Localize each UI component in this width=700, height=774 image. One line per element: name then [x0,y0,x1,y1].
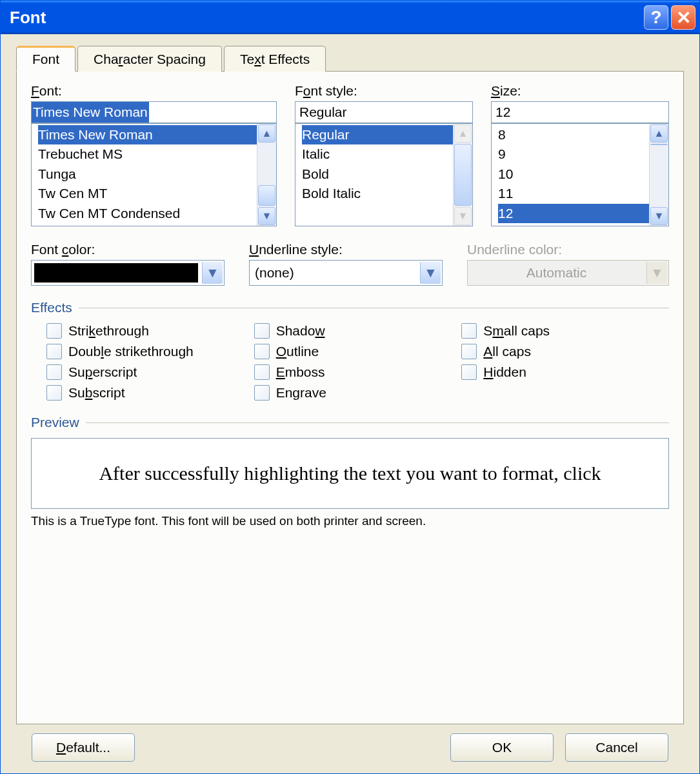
preview-box: After successfully highlighting the text… [31,438,669,509]
underline-color-label: Underline color: [467,242,669,257]
font-style-input[interactable] [295,101,473,123]
scroll-down-icon: ▼ [454,207,472,225]
checkbox-emboss[interactable]: Emboss [254,364,462,380]
scroll-up-icon: ▲ [454,124,472,143]
scrollbar[interactable]: ▲ ▼ [649,124,668,226]
checkbox-icon [254,364,270,380]
underline-style-combo[interactable]: (none) ▼ [249,260,443,286]
client-area: Font Character Spacing Text Effects Font… [1,34,699,773]
chevron-down-icon[interactable]: ▼ [202,262,223,284]
checkbox-outline[interactable]: Outline [254,344,462,359]
list-item[interactable]: Tunga [38,164,257,184]
chevron-down-icon[interactable]: ▼ [420,262,441,284]
scroll-down-icon[interactable]: ▼ [258,207,275,225]
list-item[interactable]: 8 [498,125,649,144]
cancel-button[interactable]: Cancel [565,733,668,762]
list-item[interactable]: Bold [302,164,453,184]
button-row: Default... OK Cancel [16,724,684,762]
list-item[interactable]: 12 [498,204,649,223]
font-color-label: Font color: [31,242,225,257]
font-input[interactable]: Times New Roman [31,101,277,123]
size-list[interactable]: 8 9 10 11 12 ▲ ▼ [491,123,669,226]
preview-label: Preview [31,415,79,430]
default-button[interactable]: Default... [32,733,135,762]
scrollbar[interactable]: ▲ ▼ [257,124,276,226]
checkbox-subscript[interactable]: Subscript [46,385,254,401]
list-item[interactable]: Times New Roman [38,125,257,144]
font-style-list[interactable]: Regular Italic Bold Bold Italic ▲ ▼ [295,123,473,226]
size-label: Size: [491,83,669,99]
checkbox-superscript[interactable]: Superscript [46,364,254,380]
tab-font[interactable]: Font [16,46,75,72]
checkbox-icon [254,344,270,359]
titlebar[interactable]: Font ? ✕ [1,1,699,34]
checkbox-engrave[interactable]: Engrave [254,385,462,401]
checkbox-icon [46,364,62,380]
chevron-down-icon: ▼ [646,262,667,284]
font-list[interactable]: Times New Roman Trebuchet MS Tunga Tw Ce… [31,123,277,226]
ok-button[interactable]: OK [450,733,554,762]
underline-color-combo: Automatic ▼ [467,260,669,286]
tab-strip: Font Character Spacing Text Effects [16,46,684,72]
checkbox-icon [46,344,62,359]
close-icon: ✕ [676,7,691,28]
font-dialog: Font ? ✕ Font Character Spacing Text Eff… [0,0,700,774]
size-input[interactable] [491,101,669,123]
checkbox-icon [461,344,477,359]
checkbox-strikethrough[interactable]: Strikethrough [46,323,254,339]
scroll-up-icon[interactable]: ▲ [258,124,275,143]
checkbox-icon [46,323,62,339]
effects-label: Effects [31,300,72,315]
list-item[interactable]: Tw Cen MT [38,184,257,203]
list-item[interactable]: Regular [302,125,453,144]
checkbox-icon [46,385,62,401]
checkbox-hidden[interactable]: Hidden [461,364,669,380]
tab-panel: Font: Times New Roman Times New Roman Tr… [16,71,684,724]
preview-text: After successfully highlighting the text… [99,462,601,484]
scroll-thumb [454,144,472,206]
window-title: Font [10,8,641,28]
checkbox-icon [461,323,477,339]
list-item[interactable]: 11 [498,184,649,203]
checkbox-shadow[interactable]: Shadow [254,323,462,339]
effects-group: Effects Strikethrough Double strikethrou… [31,300,669,401]
checkbox-icon [461,364,477,380]
underline-style-label: Underline style: [249,242,443,257]
checkbox-all-caps[interactable]: All caps [461,344,669,359]
scroll-down-icon[interactable]: ▼ [650,207,668,225]
scroll-up-icon[interactable]: ▲ [650,124,668,143]
scroll-thumb[interactable] [258,185,275,206]
tab-character-spacing[interactable]: Character Spacing [77,46,222,72]
preview-hint: This is a TrueType font. This font will … [31,514,669,528]
list-item[interactable]: Bold Italic [302,184,453,203]
list-item[interactable]: 10 [498,164,649,184]
checkbox-icon [254,385,270,401]
tab-text-effects[interactable]: Text Effects [224,46,326,72]
list-item[interactable]: Italic [302,144,453,164]
checkbox-small-caps[interactable]: Small caps [461,323,669,339]
checkbox-icon [254,323,270,339]
font-label: Font: [31,83,277,99]
list-item[interactable]: 9 [498,144,649,164]
font-color-combo[interactable]: ▼ [31,260,225,286]
list-item[interactable]: Trebuchet MS [38,144,257,164]
scroll-thumb[interactable] [650,144,668,145]
checkbox-double-strikethrough[interactable]: Double strikethrough [46,344,254,359]
preview-group: Preview After successfully highlighting … [31,415,669,712]
font-style-label: Font style: [295,83,473,99]
color-swatch [34,263,198,283]
close-button[interactable]: ✕ [671,5,695,30]
help-button[interactable]: ? [644,5,668,30]
scrollbar: ▲ ▼ [453,124,472,226]
list-item[interactable]: Tw Cen MT Condensed [38,204,257,223]
